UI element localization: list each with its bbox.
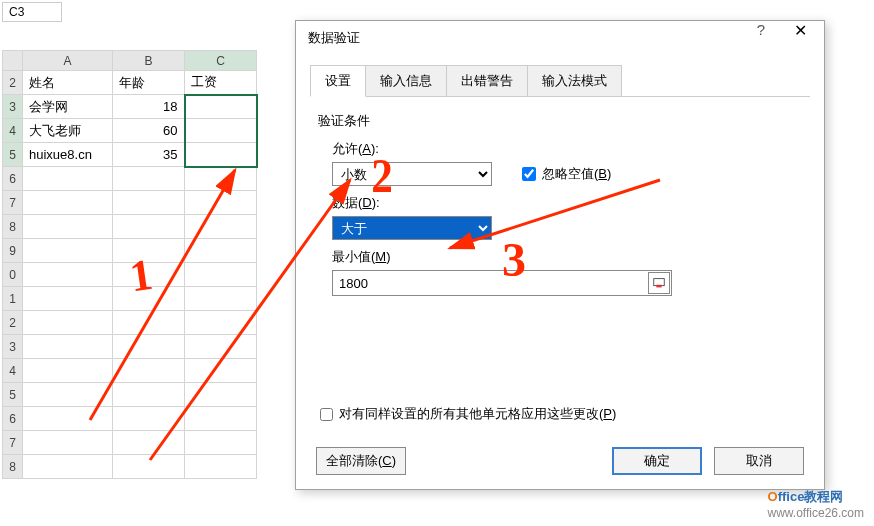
row-header[interactable]: 7 — [3, 431, 23, 455]
ok-button[interactable]: 确定 — [612, 447, 702, 475]
cell[interactable] — [185, 167, 257, 191]
select-all-corner[interactable] — [3, 51, 23, 71]
cell[interactable]: 大飞老师 — [23, 119, 113, 143]
cell[interactable] — [23, 287, 113, 311]
row-header[interactable]: 0 — [3, 263, 23, 287]
dialog-title: 数据验证 — [296, 21, 824, 55]
ignore-blank-checkbox[interactable]: 忽略空值(B) — [522, 165, 611, 183]
cell[interactable]: 年龄 — [113, 71, 185, 95]
cell[interactable] — [185, 359, 257, 383]
cell[interactable] — [185, 431, 257, 455]
row-header[interactable]: 8 — [3, 215, 23, 239]
cell[interactable] — [113, 215, 185, 239]
row-header[interactable]: 4 — [3, 119, 23, 143]
allow-label: 允许(A): — [332, 140, 802, 158]
cell[interactable] — [23, 407, 113, 431]
cell[interactable] — [23, 239, 113, 263]
cell[interactable] — [113, 263, 185, 287]
cell[interactable] — [23, 191, 113, 215]
ignore-blank-input[interactable] — [522, 167, 536, 181]
col-header-c[interactable]: C — [185, 51, 257, 71]
row-header[interactable]: 7 — [3, 191, 23, 215]
cell[interactable] — [23, 383, 113, 407]
cell[interactable] — [113, 335, 185, 359]
allow-dropdown[interactable]: 小数 — [332, 162, 492, 186]
cell[interactable] — [113, 239, 185, 263]
row-header[interactable]: 9 — [3, 239, 23, 263]
worksheet-grid[interactable]: A B C 2 姓名 年龄 工资 3 会学网 18 4 大飞老师 60 5 hu… — [2, 50, 258, 479]
cell[interactable] — [185, 215, 257, 239]
cell[interactable] — [185, 287, 257, 311]
row-header[interactable]: 8 — [3, 455, 23, 479]
apply-changes-label: 对有同样设置的所有其他单元格应用这些更改(P) — [339, 405, 616, 423]
cell[interactable] — [23, 167, 113, 191]
cell[interactable]: 会学网 — [23, 95, 113, 119]
cell[interactable] — [185, 455, 257, 479]
tab-error-alert[interactable]: 出错警告 — [446, 65, 528, 97]
cell[interactable] — [113, 431, 185, 455]
row-header[interactable]: 2 — [3, 311, 23, 335]
cell[interactable]: 工资 — [185, 71, 257, 95]
cell[interactable] — [113, 359, 185, 383]
row-header[interactable]: 5 — [3, 383, 23, 407]
cell[interactable] — [185, 191, 257, 215]
help-button[interactable]: ? — [746, 21, 776, 38]
cell[interactable]: 60 — [113, 119, 185, 143]
name-box[interactable]: C3 — [2, 2, 62, 22]
cell[interactable] — [185, 263, 257, 287]
data-label: 数据(D): — [332, 194, 802, 212]
cell[interactable]: 18 — [113, 95, 185, 119]
cell[interactable]: 姓名 — [23, 71, 113, 95]
data-dropdown[interactable]: 大于 — [332, 216, 492, 240]
svg-rect-0 — [654, 279, 665, 286]
cell[interactable] — [23, 263, 113, 287]
row-header[interactable]: 6 — [3, 167, 23, 191]
row-header[interactable]: 6 — [3, 407, 23, 431]
cell[interactable]: 35 — [113, 143, 185, 167]
cell[interactable] — [23, 311, 113, 335]
cell[interactable]: huixue8.cn — [23, 143, 113, 167]
cell[interactable] — [23, 455, 113, 479]
minimum-input[interactable] — [332, 270, 672, 296]
cancel-button[interactable]: 取消 — [714, 447, 804, 475]
tab-ime-mode[interactable]: 输入法模式 — [527, 65, 622, 97]
tab-settings[interactable]: 设置 — [310, 65, 366, 97]
apply-changes-input[interactable] — [320, 408, 333, 421]
row-header[interactable]: 3 — [3, 335, 23, 359]
col-header-a[interactable]: A — [23, 51, 113, 71]
range-picker-button[interactable] — [648, 272, 670, 294]
cell[interactable] — [113, 311, 185, 335]
cell-selected[interactable] — [185, 143, 257, 167]
apply-changes-checkbox[interactable]: 对有同样设置的所有其他单元格应用这些更改(P) — [320, 405, 616, 423]
clear-all-button[interactable]: 全部清除(C) — [316, 447, 406, 475]
cell-selected-active[interactable] — [185, 95, 257, 119]
minimum-label: 最小值(M) — [332, 248, 802, 266]
cell[interactable] — [185, 335, 257, 359]
collapse-dialog-icon — [652, 276, 666, 290]
cell[interactable] — [113, 167, 185, 191]
cell[interactable] — [185, 311, 257, 335]
cell[interactable] — [185, 383, 257, 407]
svg-rect-1 — [656, 285, 661, 288]
col-header-b[interactable]: B — [113, 51, 185, 71]
cell[interactable] — [23, 335, 113, 359]
row-header[interactable]: 2 — [3, 71, 23, 95]
cell[interactable] — [113, 407, 185, 431]
row-header[interactable]: 5 — [3, 143, 23, 167]
cell[interactable] — [23, 359, 113, 383]
cell[interactable] — [185, 407, 257, 431]
cell[interactable] — [113, 287, 185, 311]
cell[interactable] — [23, 215, 113, 239]
row-header[interactable]: 4 — [3, 359, 23, 383]
cell[interactable] — [113, 191, 185, 215]
cell[interactable] — [113, 383, 185, 407]
cell[interactable] — [113, 455, 185, 479]
row-header[interactable]: 3 — [3, 95, 23, 119]
cell[interactable] — [23, 431, 113, 455]
tab-input-message[interactable]: 输入信息 — [365, 65, 447, 97]
row-header[interactable]: 1 — [3, 287, 23, 311]
watermark: Office教程网 www.office26.com — [768, 483, 865, 520]
cell[interactable] — [185, 239, 257, 263]
cell-selected[interactable] — [185, 119, 257, 143]
close-button[interactable]: ✕ — [780, 21, 820, 51]
